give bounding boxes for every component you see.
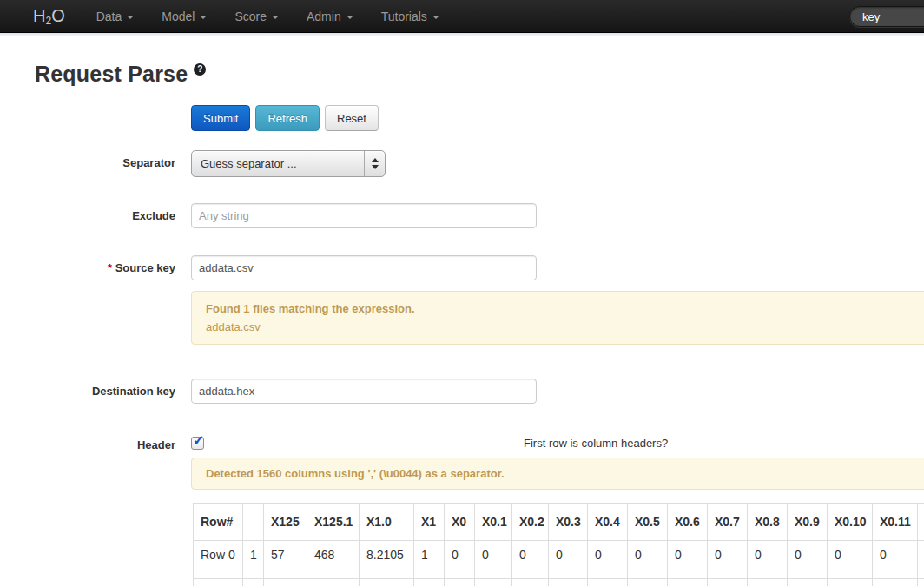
table-cell: 0 — [828, 541, 873, 579]
table-cell: 0 — [475, 541, 512, 579]
source-key-row: * Source key Found 1 files matching the … — [0, 255, 924, 345]
columns-detected-alert: Detected 1560 columns using ',' (\u0044)… — [191, 458, 924, 490]
table-header-row: Row#X125X125.1X1.0X1X0X0.1X0.2X0.3X0.4X0… — [194, 504, 924, 541]
table-cell: 57 — [264, 541, 307, 579]
table-cell: 0 — [628, 541, 668, 579]
reset-button[interactable]: Reset — [325, 105, 379, 131]
parse-form: Submit Refresh Reset Separator Guess sep… — [0, 105, 924, 490]
parse-preview-table-wrap: Row#X125X125.1X1.0X1X0X0.1X0.2X0.3X0.4X0… — [193, 503, 924, 586]
destination-key-input[interactable] — [191, 379, 537, 404]
table-cell: 0 — [873, 541, 918, 579]
page-title-text: Request Parse — [35, 62, 188, 86]
column-header: X0.10 — [828, 504, 873, 541]
table-cell: 0 — [512, 541, 549, 579]
table-cell: 1 — [243, 541, 264, 579]
submit-button[interactable]: Submit — [191, 105, 250, 131]
separator-select[interactable]: Guess separator ... — [191, 150, 386, 177]
column-header: X0.9 — [788, 504, 828, 541]
table-row — [194, 579, 924, 586]
source-key-label-text: Source key — [116, 261, 175, 274]
table-cell — [918, 579, 924, 586]
column-header: X0 — [445, 504, 475, 541]
table-cell: 0 — [708, 541, 748, 579]
column-header: X0.2 — [512, 504, 549, 541]
exclude-row: Exclude — [0, 203, 924, 228]
navbar-menu: DataModelScoreAdminTutorials — [82, 0, 453, 32]
table-cell — [414, 579, 445, 586]
nav-item-model[interactable]: Model — [148, 10, 221, 23]
refresh-button[interactable]: Refresh — [255, 105, 320, 131]
source-key-input[interactable] — [191, 255, 537, 280]
exclude-label: Exclude — [0, 203, 175, 222]
parse-preview-table: Row#X125X125.1X1.0X1X0X0.1X0.2X0.3X0.4X0… — [193, 503, 924, 586]
h2o-logo[interactable]: H2O — [33, 6, 65, 27]
chevron-down-icon — [346, 16, 353, 19]
header-row: Header ✓ First row is column headers? De… — [0, 432, 924, 490]
column-header — [243, 504, 264, 541]
column-header: X1.0 — [360, 504, 414, 541]
table-body: Row 01574688.21051000000000000 — [194, 541, 924, 586]
column-header: X0.11 — [873, 504, 918, 541]
table-cell — [243, 579, 264, 586]
files-found-message: Found 1 files matching the expression. — [206, 300, 924, 318]
column-header: X0.5 — [628, 504, 668, 541]
chevron-down-icon — [200, 16, 207, 19]
table-cell — [360, 579, 414, 586]
header-description: First row is column headers? — [524, 437, 668, 450]
navbar: H2O DataModelScoreAdminTutorials — [0, 0, 924, 33]
chevron-down-icon — [432, 16, 439, 19]
files-found-alert: Found 1 files matching the expression. a… — [191, 291, 924, 345]
table-cell — [708, 579, 748, 586]
table-cell — [873, 579, 918, 586]
nav-item-admin[interactable]: Admin — [293, 10, 367, 23]
table-cell — [828, 579, 873, 586]
search-input[interactable] — [849, 6, 924, 27]
required-asterisk: * — [108, 261, 112, 274]
table-cell — [475, 579, 512, 586]
column-header: X125.1 — [307, 504, 360, 541]
exclude-input[interactable] — [191, 203, 537, 228]
header-label: Header — [0, 432, 175, 451]
table-cell: 0 — [445, 541, 475, 579]
table-cell — [748, 579, 788, 586]
chevron-down-icon — [127, 16, 134, 19]
nav-item-data[interactable]: Data — [82, 10, 148, 23]
navbar-shadow — [0, 33, 924, 36]
table-cell — [445, 579, 475, 586]
column-header: X1 — [414, 504, 445, 541]
table-cell: 8.2105 — [360, 541, 414, 579]
checkmark-icon: ✓ — [193, 432, 204, 449]
separator-label: Separator — [0, 150, 175, 169]
nav-item-score[interactable]: Score — [221, 10, 293, 23]
nav-item-tutorials[interactable]: Tutorials — [367, 10, 453, 23]
brand-text: H — [33, 6, 45, 25]
matched-file-name: addata.csv — [206, 318, 924, 336]
nav-item-label: Model — [162, 10, 195, 23]
separator-row: Separator Guess separator ... — [0, 150, 924, 177]
table-cell: Row 0 — [194, 541, 243, 579]
table-cell — [788, 579, 828, 586]
table-cell: 0 — [588, 541, 628, 579]
table-cell: 0 — [668, 541, 708, 579]
header-checkbox[interactable]: ✓ — [191, 437, 204, 450]
help-icon[interactable]: ? — [194, 63, 206, 76]
table-cell: 1 — [414, 541, 445, 579]
column-header: Row# — [194, 504, 243, 541]
destination-key-label: Destination key — [0, 379, 175, 398]
nav-item-label: Score — [234, 10, 267, 23]
column-header: X0.1 — [475, 504, 512, 541]
table-cell — [307, 579, 360, 586]
table-cell — [628, 579, 668, 586]
table-cell — [549, 579, 588, 586]
column-header — [918, 504, 924, 541]
chevron-down-icon — [272, 16, 279, 19]
column-header: X0.8 — [748, 504, 788, 541]
table-cell: 0 — [549, 541, 588, 579]
column-header: X0.6 — [668, 504, 708, 541]
table-cell — [512, 579, 549, 586]
brand-text: O — [51, 6, 65, 25]
table-cell: 468 — [307, 541, 360, 579]
source-key-label: * Source key — [0, 255, 175, 274]
column-header: X125 — [264, 504, 307, 541]
table-row: Row 01574688.21051000000000000 — [194, 541, 924, 579]
